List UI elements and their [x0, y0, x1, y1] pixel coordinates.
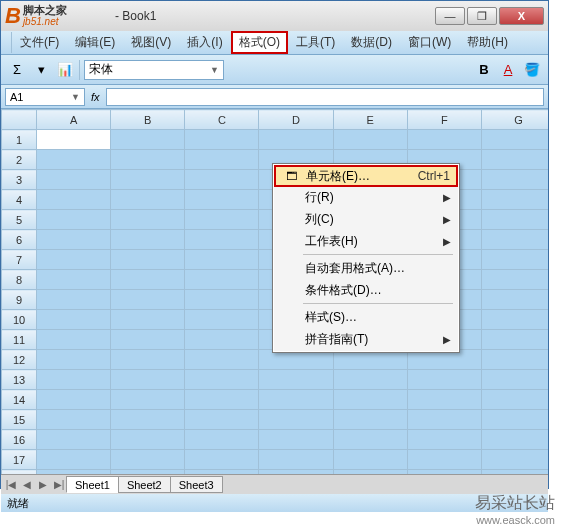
sheet-tab-3[interactable]: Sheet3 [170, 476, 223, 493]
first-tab-button[interactable]: |◀ [3, 479, 19, 490]
sheet-tab-1[interactable]: Sheet1 [66, 476, 119, 493]
col-header[interactable]: A [37, 110, 111, 130]
maximize-button[interactable]: ❐ [467, 7, 497, 25]
cell[interactable] [111, 150, 185, 170]
col-header[interactable]: E [333, 110, 407, 130]
cell[interactable] [185, 230, 259, 250]
menu-item-pinyin[interactable]: 拼音指南(T) ▶ [275, 328, 457, 350]
cell[interactable] [407, 470, 481, 475]
cell[interactable] [37, 270, 111, 290]
cell[interactable] [185, 450, 259, 470]
menu-tools[interactable]: 工具(T) [288, 32, 343, 53]
row-header[interactable]: 10 [2, 310, 37, 330]
cell[interactable] [481, 150, 548, 170]
cell[interactable] [407, 130, 481, 150]
prev-tab-button[interactable]: ◀ [19, 479, 35, 490]
cell[interactable] [259, 430, 333, 450]
cell[interactable] [111, 410, 185, 430]
row-header[interactable]: 12 [2, 350, 37, 370]
last-tab-button[interactable]: ▶| [51, 479, 67, 490]
cell[interactable] [481, 290, 548, 310]
cell[interactable] [37, 390, 111, 410]
fx-label[interactable]: fx [91, 91, 100, 103]
cell[interactable] [37, 190, 111, 210]
cell[interactable] [111, 390, 185, 410]
cell[interactable] [259, 130, 333, 150]
arrow-down-icon[interactable]: ▾ [30, 59, 52, 81]
row-header[interactable]: 11 [2, 330, 37, 350]
row-header[interactable]: 7 [2, 250, 37, 270]
cell[interactable] [111, 290, 185, 310]
cell[interactable] [481, 210, 548, 230]
row-header[interactable]: 6 [2, 230, 37, 250]
cell[interactable] [481, 310, 548, 330]
menu-item-cells[interactable]: 🗔 单元格(E)… Ctrl+1 [274, 165, 458, 187]
cell[interactable] [259, 390, 333, 410]
cell[interactable] [37, 350, 111, 370]
cell[interactable] [333, 430, 407, 450]
minimize-button[interactable]: — [435, 7, 465, 25]
cell[interactable] [111, 470, 185, 475]
row-header[interactable]: 16 [2, 430, 37, 450]
cell[interactable] [185, 130, 259, 150]
menu-data[interactable]: 数据(D) [343, 32, 400, 53]
cell[interactable] [481, 130, 548, 150]
font-selector[interactable]: 宋体 ▼ [84, 60, 224, 80]
cell[interactable] [185, 370, 259, 390]
chart-icon[interactable]: 📊 [54, 59, 76, 81]
row-header[interactable]: 14 [2, 390, 37, 410]
cell-a1[interactable] [37, 130, 111, 150]
menu-view[interactable]: 视图(V) [123, 32, 179, 53]
row-header[interactable]: 1 [2, 130, 37, 150]
cell[interactable] [333, 390, 407, 410]
row-header[interactable]: 3 [2, 170, 37, 190]
cell[interactable] [185, 350, 259, 370]
cell[interactable] [111, 170, 185, 190]
cell[interactable] [111, 310, 185, 330]
row-header[interactable]: 18 [2, 470, 37, 475]
cell[interactable] [481, 270, 548, 290]
cell[interactable] [111, 230, 185, 250]
cell[interactable] [37, 170, 111, 190]
close-button[interactable]: X [499, 7, 544, 25]
cell[interactable] [37, 470, 111, 475]
next-tab-button[interactable]: ▶ [35, 479, 51, 490]
menu-item-column[interactable]: 列(C) ▶ [275, 208, 457, 230]
menu-item-style[interactable]: 样式(S)… [275, 306, 457, 328]
cell[interactable] [481, 250, 548, 270]
cell[interactable] [481, 330, 548, 350]
cell[interactable] [37, 370, 111, 390]
cell[interactable] [333, 410, 407, 430]
cell[interactable] [407, 450, 481, 470]
cell[interactable] [481, 450, 548, 470]
cell[interactable] [37, 150, 111, 170]
cell[interactable] [185, 290, 259, 310]
cell[interactable] [185, 410, 259, 430]
cell[interactable] [259, 410, 333, 430]
row-header[interactable]: 4 [2, 190, 37, 210]
cell[interactable] [111, 190, 185, 210]
cell[interactable] [481, 390, 548, 410]
cell[interactable] [333, 470, 407, 475]
col-header[interactable]: B [111, 110, 185, 130]
row-header[interactable]: 2 [2, 150, 37, 170]
corner-cell[interactable] [2, 110, 37, 130]
cell[interactable] [407, 370, 481, 390]
cell[interactable] [185, 150, 259, 170]
cell[interactable] [185, 270, 259, 290]
cell[interactable] [481, 350, 548, 370]
cell[interactable] [111, 450, 185, 470]
cell[interactable] [111, 250, 185, 270]
cell[interactable] [37, 410, 111, 430]
row-header[interactable]: 9 [2, 290, 37, 310]
cell[interactable] [481, 170, 548, 190]
menu-help[interactable]: 帮助(H) [459, 32, 516, 53]
name-box[interactable]: A1 ▼ [5, 88, 85, 106]
cell[interactable] [481, 430, 548, 450]
col-header[interactable]: D [259, 110, 333, 130]
formula-input[interactable] [106, 88, 544, 106]
cell[interactable] [111, 430, 185, 450]
cell[interactable] [481, 370, 548, 390]
menu-item-conditional-format[interactable]: 条件格式(D)… [275, 279, 457, 301]
menu-format[interactable]: 格式(O) [231, 31, 288, 54]
